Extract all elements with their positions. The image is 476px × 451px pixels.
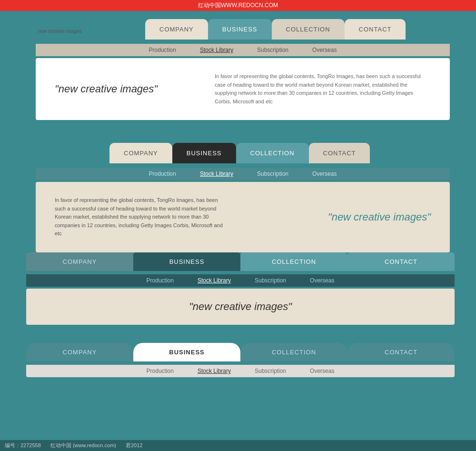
content-panel-1: "new creative images" In favor of repres… <box>36 58 450 120</box>
nav-tabs-4: COMPANY BUSINESS COLLECTION CONTACT <box>26 343 455 361</box>
quote-3: "new creative images" <box>45 301 436 313</box>
tab-contact-1[interactable]: CONTACT <box>345 19 406 40</box>
tab-company-4[interactable]: COMPANY <box>26 343 133 361</box>
subnav-overseas-2[interactable]: Overseas <box>312 170 337 177</box>
tab-company-3[interactable]: COMPANY <box>26 252 133 271</box>
tab-collection-4[interactable]: COLLECTION <box>240 343 347 361</box>
subnav-production-4[interactable]: Production <box>147 368 174 374</box>
tab-business-2[interactable]: BUSINESS <box>172 143 236 163</box>
description-1: In favor of representing the global cont… <box>215 72 431 106</box>
tab-business-4[interactable]: BUSINESS <box>133 343 240 361</box>
tab-contact-4[interactable]: CONTACT <box>347 343 455 361</box>
watermark-bar: 红动中国WWW.REDOCN.COM <box>0 0 476 11</box>
subnav-subscription-1[interactable]: Subscription <box>257 47 288 53</box>
tab-collection-3[interactable]: COLLECTION <box>240 252 347 271</box>
subnav-overseas-3[interactable]: Overseas <box>310 277 334 284</box>
tab-contact-2[interactable]: CONTACT <box>309 143 370 163</box>
description-2: In favor of representing the global cont… <box>55 196 224 238</box>
subnav-bar-4: Production Stock Library Subscription Ov… <box>26 365 455 377</box>
subnav-production-3[interactable]: Production <box>147 277 174 284</box>
quote-1: "new creative images" <box>55 83 205 95</box>
content-panel-3: "new creative images" <box>26 289 455 325</box>
subnav-production-2[interactable]: Production <box>149 170 176 177</box>
tab-business-3[interactable]: BUSINESS <box>133 252 240 271</box>
tab-company-1[interactable]: COMPANY <box>145 19 208 40</box>
subnav-stocklibrary-3[interactable]: Stock Library <box>198 277 231 284</box>
subnav-overseas-1[interactable]: Overseas <box>312 47 337 53</box>
subnav-overseas-4[interactable]: Overseas <box>310 368 334 374</box>
footer-site: 红动中国 (www.redocn.com) <box>50 442 116 449</box>
subnav-bar-3: Production Stock Library Subscription Ov… <box>26 274 455 287</box>
tab-company-2[interactable]: COMPANY <box>109 143 172 163</box>
subnav-bar-1: Production Stock Library Subscription Ov… <box>36 44 450 56</box>
footer-year: 君2012 <box>126 442 142 449</box>
subnav-bar-2: Production Stock Library Subscription Ov… <box>36 168 450 180</box>
nav-tabs-1: COMPANY BUSINESS COLLECTION CONTACT <box>145 19 406 40</box>
subnav-subscription-3[interactable]: Subscription <box>255 277 286 284</box>
footer-bar: 编号：2272558 红动中国 (www.redocn.com) 君2012 <box>0 440 476 451</box>
content-panel-2: In favor of representing the global cont… <box>36 182 450 252</box>
subnav-production-1[interactable]: Production <box>149 47 176 53</box>
subnav-subscription-4[interactable]: Subscription <box>255 368 286 374</box>
subnav-stocklibrary-2[interactable]: Stock Library <box>200 170 233 177</box>
tab-contact-3[interactable]: CONTACT <box>347 252 455 271</box>
logo-brand: TongRo images <box>38 34 109 45</box>
subnav-subscription-2[interactable]: Subscription <box>257 170 288 177</box>
subnav-stocklibrary-4[interactable]: Stock Library <box>198 368 231 374</box>
watermark-text: 红动中国WWW.REDOCN.COM <box>198 2 278 9</box>
nav-tabs-3: COMPANY BUSINESS COLLECTION CONTACT <box>26 252 455 271</box>
footer-number: 编号：2272558 <box>5 442 41 449</box>
subnav-stocklibrary-1[interactable]: Stock Library <box>200 47 233 53</box>
tab-collection-1[interactable]: COLLECTION <box>272 19 345 40</box>
tab-business-1[interactable]: BUSINESS <box>208 19 272 40</box>
nav-tabs-2: COMPANY BUSINESS COLLECTION CONTACT <box>109 143 370 163</box>
tab-collection-2[interactable]: COLLECTION <box>236 143 309 163</box>
quote-2: "new creative images" <box>224 211 431 223</box>
logo-area: new creative images TongRo images <box>38 29 109 45</box>
logo-tagline: new creative images <box>38 29 109 34</box>
